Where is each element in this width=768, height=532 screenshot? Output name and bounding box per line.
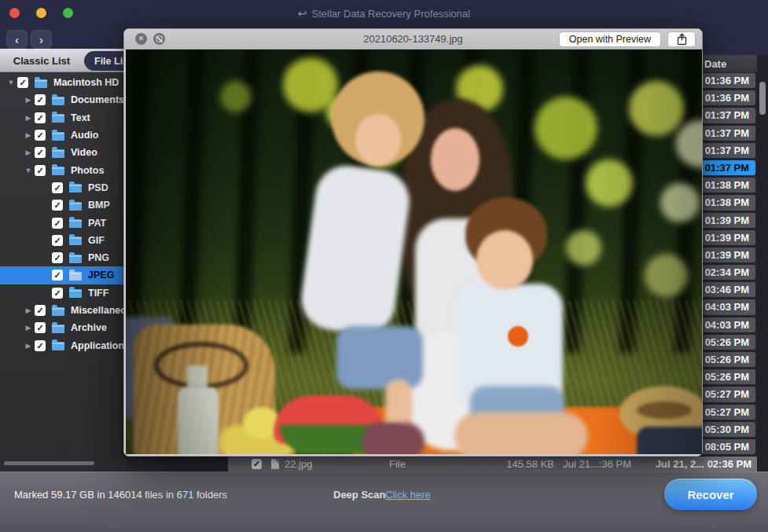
indent-spacer — [0, 170, 22, 171]
file-size: 145.58 KB — [506, 458, 554, 470]
back-arrow-icon: ↩ — [298, 7, 307, 20]
chevron-right-icon: › — [39, 33, 43, 46]
tree-item-label: JPEG — [88, 270, 114, 281]
indent-spacer — [0, 258, 39, 259]
window-title-bar: ↩ Stellar Data Recovery Professional — [0, 6, 768, 20]
indent-spacer — [0, 205, 39, 206]
tree-item-label: Archive — [71, 322, 107, 333]
tree-item-label: PAT — [88, 218, 106, 229]
tree-item-label: Documents — [71, 94, 124, 105]
indent-spacer — [0, 100, 22, 101]
tree-item-label: Applications — [71, 340, 130, 351]
folder-icon — [69, 184, 82, 193]
disclosure-triangle-icon[interactable]: ▼ — [22, 167, 35, 174]
folder-icon — [69, 237, 82, 245]
folder-icon — [52, 97, 64, 105]
recover-button[interactable]: Recover — [664, 479, 757, 510]
folder-icon — [69, 272, 82, 281]
folder-icon — [52, 342, 64, 350]
indent-spacer — [0, 117, 22, 118]
indent-spacer — [0, 328, 22, 328]
date-column-header[interactable]: Date — [704, 58, 726, 70]
chevron-left-icon: ‹ — [15, 33, 19, 46]
photo-vignette — [126, 50, 702, 454]
folder-icon — [69, 219, 82, 228]
disclosure-triangle-icon[interactable]: ▶ — [22, 306, 35, 314]
folder-icon — [52, 325, 64, 333]
disclosure-triangle-icon[interactable]: ▶ — [22, 96, 35, 104]
share-icon — [677, 33, 687, 46]
forward-button[interactable]: › — [31, 30, 52, 49]
indent-spacer — [0, 310, 22, 311]
folder-icon — [52, 114, 64, 123]
indent-spacer — [0, 135, 22, 136]
tree-checkbox-checked[interactable]: ✓ — [52, 288, 63, 299]
tree-checkbox-checked[interactable]: ✓ — [52, 182, 63, 193]
folder-icon — [52, 132, 64, 141]
file-icon — [271, 459, 279, 469]
tree-checkbox-checked[interactable]: ✓ — [35, 340, 46, 351]
folder-icon — [69, 289, 82, 298]
tree-item-label: PSD — [88, 182, 108, 193]
indent-spacer — [0, 152, 22, 153]
nav-buttons: ‹ › — [6, 30, 52, 49]
tree-checkbox-checked[interactable]: ✓ — [52, 235, 63, 246]
tree-checkbox-checked[interactable]: ✓ — [35, 112, 46, 123]
tree-checkbox-checked[interactable]: ✓ — [52, 270, 63, 281]
back-button[interactable]: ‹ — [6, 30, 28, 49]
file-row-22jpg[interactable]: ✓ 22.jpg File 145.58 KB Jul 21...:36 PM … — [228, 457, 757, 472]
disclosure-triangle-icon[interactable]: ▶ — [22, 131, 35, 139]
window-title: Stellar Data Recovery Professional — [312, 8, 471, 20]
disclosure-triangle-icon[interactable]: ▶ — [22, 324, 35, 332]
tree-checkbox-checked[interactable]: ✓ — [52, 252, 63, 263]
scrollbar-thumb[interactable] — [759, 82, 766, 115]
tree-item-label: Text — [71, 112, 90, 123]
tree-checkbox-checked[interactable]: ✓ — [35, 322, 46, 333]
tree-checkbox-checked[interactable]: ✓ — [35, 147, 46, 158]
share-button[interactable] — [667, 31, 696, 47]
folder-icon — [69, 255, 82, 263]
indent-spacer — [0, 345, 22, 346]
deep-scan-label: Deep Scan — [333, 489, 385, 501]
tree-checkbox-checked[interactable]: ✓ — [52, 200, 63, 211]
folder-icon — [52, 149, 64, 158]
preview-title-bar[interactable]: ✕ 20210620-133749.jpg Open with Preview — [124, 29, 702, 50]
file-name: 22.jpg — [285, 458, 312, 470]
tree-checkbox-checked[interactable]: ✓ — [35, 305, 46, 316]
tab-classic-list-label: Classic List — [13, 55, 70, 67]
tree-item-label: BMP — [88, 200, 110, 211]
disclosure-triangle-icon[interactable]: ▼ — [5, 79, 17, 86]
tree-item-label: Macintosh HD — [53, 77, 119, 88]
horizontal-scrollbar[interactable] — [4, 461, 94, 465]
status-bar: Marked 59.17 GB in 146014 files in 671 f… — [0, 471, 768, 532]
tree-checkbox-checked[interactable]: ✓ — [17, 77, 28, 88]
folder-icon — [35, 79, 47, 88]
file-created-date: Jul 21...:36 PM — [563, 458, 631, 470]
indent-spacer — [0, 275, 39, 276]
tree-checkbox-checked[interactable]: ✓ — [35, 165, 46, 176]
disclosure-triangle-icon[interactable]: ▶ — [22, 342, 35, 350]
folder-icon — [52, 167, 64, 175]
vertical-scrollbar[interactable] — [757, 55, 768, 471]
indent-spacer — [0, 292, 39, 293]
tree-checkbox-checked[interactable]: ✓ — [52, 218, 63, 229]
app-window: ↩ Stellar Data Recovery Professional ‹ ›… — [0, 0, 768, 532]
tree-item-label: TIFF — [88, 288, 108, 299]
deep-scan-click-here-link[interactable]: Click here — [385, 489, 431, 501]
folder-icon — [52, 307, 64, 316]
tree-item-label: Video — [71, 147, 97, 158]
disclosure-triangle-icon[interactable]: ▶ — [22, 149, 35, 156]
preview-photo — [126, 50, 702, 454]
tree-item-label: Audio — [71, 130, 98, 141]
tab-classic-list[interactable]: Classic List — [0, 49, 83, 72]
file-modified-date: Jul 21, 2... 02:36 PM — [656, 458, 751, 470]
indent-spacer — [0, 240, 39, 240]
tree-checkbox-checked[interactable]: ✓ — [35, 94, 46, 105]
tree-checkbox-checked[interactable]: ✓ — [35, 130, 46, 141]
open-with-preview-button[interactable]: Open with Preview — [559, 31, 661, 47]
preview-window: ✕ 20210620-133749.jpg Open with Preview — [123, 28, 703, 457]
row-checkbox-checked[interactable]: ✓ — [252, 459, 262, 469]
marked-summary-text: Marked 59.17 GB in 146014 files in 671 f… — [14, 489, 227, 501]
tree-item-label: PNG — [88, 252, 109, 263]
disclosure-triangle-icon[interactable]: ▶ — [22, 114, 35, 122]
